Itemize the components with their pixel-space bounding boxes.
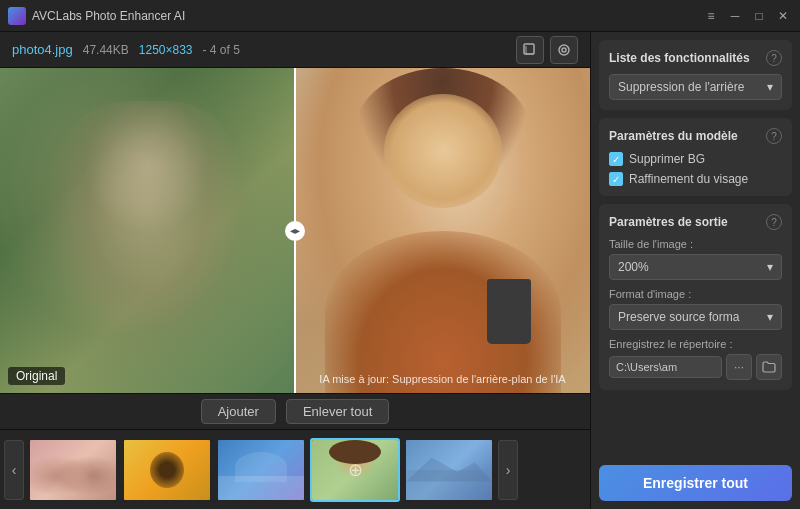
preview-processed: IA mise à jour: Suppression de l'arrière… [295,68,590,393]
original-label: Original [8,367,65,385]
strip-next-button[interactable]: › [498,440,518,500]
suppress-bg-row: ✓ Supprimer BG [609,152,782,166]
thumbnail-5[interactable] [404,438,494,502]
features-section: Liste des fonctionnalités ? Suppression … [599,40,792,110]
ai-label: IA mise à jour: Suppression de l'arrière… [299,373,586,385]
image-size-group: Taille de l'image : 200% ▾ [609,238,782,280]
features-help-icon[interactable]: ? [766,50,782,66]
image-format-dropdown[interactable]: Preserve source forma ▾ [609,304,782,330]
remove-all-button[interactable]: Enlever tout [286,399,389,424]
face-refine-label: Raffinement du visage [629,172,748,186]
svg-point-4 [562,48,566,52]
bottom-controls: Ajouter Enlever tout [0,393,590,429]
thumbnail-3[interactable] [216,438,306,502]
image-size-arrow: ▾ [767,260,773,274]
model-params-title: Paramètres du modèle [609,129,738,143]
view-icon-button[interactable] [550,36,578,64]
image-format-value: Preserve source forma [618,310,739,324]
app-title: AVCLabs Photo Enhancer AI [32,9,702,23]
preview-divider[interactable]: ◂▸ [294,68,296,393]
output-params-header: Paramètres de sortie ? [609,214,782,230]
preview-area: Original IA mise à jour: Suppression de … [0,68,590,393]
left-area: photo4.jpg 47.44KB 1250×833 - 4 of 5 [0,32,590,509]
close-button[interactable]: ✕ [774,7,792,25]
output-params-title: Paramètres de sortie [609,215,728,229]
model-params-header: Paramètres du modèle ? [609,128,782,144]
window-controls: ≡ ─ □ ✕ [702,7,792,25]
minimize-button[interactable]: ─ [726,7,744,25]
file-size: 47.44KB [83,43,129,57]
features-dropdown-value: Suppression de l'arrière [618,80,744,94]
save-path-row: C:\Users\am ··· [609,354,782,380]
image-format-group: Format d'image : Preserve source forma ▾ [609,288,782,330]
path-folder-button[interactable] [756,354,782,380]
output-params-section: Paramètres de sortie ? Taille de l'image… [599,204,792,390]
file-count: - 4 of 5 [203,43,240,57]
restore-button[interactable]: □ [750,7,768,25]
file-info-actions [516,36,578,64]
main-layout: photo4.jpg 47.44KB 1250×833 - 4 of 5 [0,32,800,509]
image-format-arrow: ▾ [767,310,773,324]
image-size-value: 200% [618,260,649,274]
output-params-help-icon[interactable]: ? [766,214,782,230]
app-logo [8,7,26,25]
svg-point-3 [559,45,569,55]
features-header: Liste des fonctionnalités ? [609,50,782,66]
path-dots-button[interactable]: ··· [726,354,752,380]
save-dir-group: Enregistrez le répertoire : C:\Users\am … [609,338,782,380]
suppress-bg-label: Supprimer BG [629,152,705,166]
face-refine-checkbox[interactable]: ✓ [609,172,623,186]
preview-original: Original [0,68,295,393]
preview-container: Original IA mise à jour: Suppression de … [0,68,590,393]
export-button[interactable]: Enregistrer tout [599,465,792,501]
model-params-help-icon[interactable]: ? [766,128,782,144]
add-button[interactable]: Ajouter [201,399,276,424]
right-panel: Liste des fonctionnalités ? Suppression … [590,32,800,509]
features-dropdown[interactable]: Suppression de l'arrière ▾ [609,74,782,100]
save-dir-label: Enregistrez le répertoire : [609,338,782,350]
file-dimensions: 1250×833 [139,43,193,57]
title-bar: AVCLabs Photo Enhancer AI ≡ ─ □ ✕ [0,0,800,32]
strip-prev-button[interactable]: ‹ [4,440,24,500]
thumbnail-2[interactable] [122,438,212,502]
model-params-section: Paramètres du modèle ? ✓ Supprimer BG ✓ … [599,118,792,196]
suppress-bg-checkbox[interactable]: ✓ [609,152,623,166]
menu-button[interactable]: ≡ [702,7,720,25]
thumbnail-1[interactable] [28,438,118,502]
features-dropdown-arrow: ▾ [767,80,773,94]
file-name: photo4.jpg [12,42,73,57]
face-refine-row: ✓ Raffinement du visage [609,172,782,186]
thumbnail-4[interactable]: ⊕ [310,438,400,502]
save-path-input[interactable]: C:\Users\am [609,356,722,378]
features-title: Liste des fonctionnalités [609,51,750,65]
file-info-bar: photo4.jpg 47.44KB 1250×833 - 4 of 5 [0,32,590,68]
image-format-label: Format d'image : [609,288,782,300]
crop-icon-button[interactable] [516,36,544,64]
thumbnail-strip: ‹ [0,429,590,509]
image-size-dropdown[interactable]: 200% ▾ [609,254,782,280]
divider-handle[interactable]: ◂▸ [285,221,305,241]
image-size-label: Taille de l'image : [609,238,782,250]
